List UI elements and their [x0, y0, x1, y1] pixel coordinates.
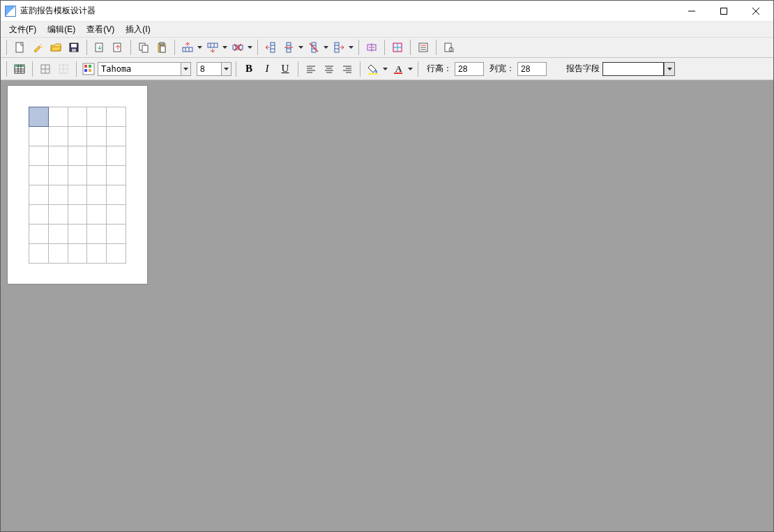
toolbar-main	[1, 37, 773, 58]
report-grid[interactable]	[29, 107, 126, 264]
close-button[interactable]	[740, 1, 772, 22]
grid-cell[interactable]	[107, 127, 126, 146]
grid-cell[interactable]	[107, 225, 126, 244]
menu-edit[interactable]: 编辑(E)	[42, 22, 81, 37]
borders-button[interactable]	[389, 39, 406, 56]
grid-cell[interactable]	[29, 166, 49, 185]
menu-bar: 文件(F) 编辑(E) 查看(V) 插入(I)	[1, 22, 773, 37]
col-width-input[interactable]: 28	[517, 62, 547, 76]
font-size-select[interactable]: 8	[197, 62, 232, 76]
grid-cell[interactable]	[68, 107, 87, 127]
grid-cell[interactable]	[68, 185, 87, 205]
grid-cell[interactable]	[48, 166, 68, 185]
grid-cell[interactable]	[87, 185, 107, 205]
report-field-select[interactable]	[602, 62, 675, 76]
col-width-label: 列宽：	[485, 63, 516, 75]
grid-cell[interactable]	[107, 107, 126, 127]
svg-point-5	[40, 44, 41, 45]
maximize-button[interactable]	[708, 1, 740, 22]
svg-marker-43	[324, 46, 328, 49]
report-page[interactable]	[8, 86, 147, 284]
align-right-button[interactable]	[339, 61, 356, 77]
grid-cell[interactable]	[29, 225, 49, 244]
grid-cell[interactable]	[29, 205, 49, 225]
grid-cell[interactable]	[29, 127, 49, 146]
bold-button[interactable]: B	[241, 61, 257, 77]
grid-cell[interactable]	[87, 146, 107, 166]
grid-cell[interactable]	[68, 225, 87, 244]
row-height-input[interactable]: 28	[455, 62, 484, 76]
grid-cell[interactable]	[48, 205, 68, 225]
delete-row-button[interactable]	[229, 39, 253, 56]
col-action-button[interactable]	[331, 39, 354, 56]
grid-cell[interactable]	[107, 146, 126, 166]
grid-cell[interactable]	[29, 146, 49, 166]
svg-marker-95	[408, 68, 413, 70]
wizard-button[interactable]	[29, 39, 46, 56]
insert-col-left-button[interactable]	[262, 39, 279, 56]
grid-cell[interactable]	[87, 166, 107, 185]
italic-button[interactable]: I	[259, 61, 275, 77]
merge-cells-button[interactable]	[363, 39, 380, 56]
menu-view[interactable]: 查看(V)	[81, 22, 120, 37]
svg-rect-16	[160, 46, 165, 52]
grid-cell[interactable]	[29, 244, 49, 264]
grid-cell[interactable]	[68, 205, 87, 225]
delete-col-button[interactable]	[305, 39, 329, 56]
insert-row-above-button[interactable]	[179, 39, 203, 56]
grid-cell[interactable]	[87, 127, 107, 146]
grid-borders-icon[interactable]	[37, 61, 54, 77]
import-button[interactable]	[91, 39, 108, 56]
export-button[interactable]	[109, 39, 126, 56]
grid-cell[interactable]	[87, 225, 107, 244]
grid-cell[interactable]	[68, 244, 87, 264]
fill-color-button[interactable]	[365, 61, 388, 77]
grid-cell[interactable]	[68, 146, 87, 166]
grid-cell[interactable]	[29, 185, 49, 205]
underline-button[interactable]: U	[277, 61, 294, 77]
open-button[interactable]	[47, 39, 64, 56]
minimize-button[interactable]	[676, 1, 708, 22]
menu-insert[interactable]: 插入(I)	[120, 22, 155, 37]
svg-rect-4	[16, 43, 23, 52]
grid-cell[interactable]	[107, 166, 126, 185]
align-left-button[interactable]	[303, 61, 319, 77]
grid-cell[interactable]	[87, 107, 107, 127]
grid-cell[interactable]	[48, 127, 68, 146]
insert-col-button[interactable]	[280, 39, 304, 56]
grid-cell[interactable]	[48, 185, 68, 205]
svg-marker-92	[383, 68, 388, 70]
grid-cell[interactable]	[107, 205, 126, 225]
svg-marker-78	[224, 68, 229, 70]
grid-cell[interactable]	[48, 107, 68, 127]
svg-marker-96	[667, 68, 672, 70]
svg-rect-31	[271, 43, 275, 52]
menu-file[interactable]: 文件(F)	[3, 22, 42, 37]
grid-cell[interactable]	[48, 225, 68, 244]
paste-button[interactable]	[153, 39, 170, 56]
grid-cell[interactable]	[107, 185, 126, 205]
preview-button[interactable]	[441, 39, 457, 56]
copy-button[interactable]	[135, 39, 152, 56]
table-grid-icon[interactable]	[11, 61, 28, 77]
font-name-select[interactable]: Tahoma	[98, 62, 191, 76]
svg-rect-76	[89, 69, 91, 72]
grid-cell[interactable]	[87, 205, 107, 225]
grid-dots-icon[interactable]	[55, 61, 72, 77]
grid-cell[interactable]	[107, 244, 126, 264]
grid-cell[interactable]	[68, 166, 87, 185]
grid-cell[interactable]	[87, 244, 107, 264]
grid-cell[interactable]	[29, 107, 49, 127]
grid-cell[interactable]	[48, 146, 68, 166]
new-button[interactable]	[11, 39, 28, 56]
properties-button[interactable]	[415, 39, 432, 56]
grid-cell[interactable]	[68, 127, 87, 146]
grid-cell[interactable]	[48, 244, 68, 264]
svg-rect-8	[71, 44, 77, 47]
svg-rect-75	[84, 69, 87, 72]
insert-row-below-button[interactable]	[204, 39, 228, 56]
canvas-area[interactable]	[1, 80, 773, 531]
save-button[interactable]	[66, 39, 82, 56]
font-color-button[interactable]: A	[390, 61, 413, 77]
align-center-button[interactable]	[321, 61, 337, 77]
